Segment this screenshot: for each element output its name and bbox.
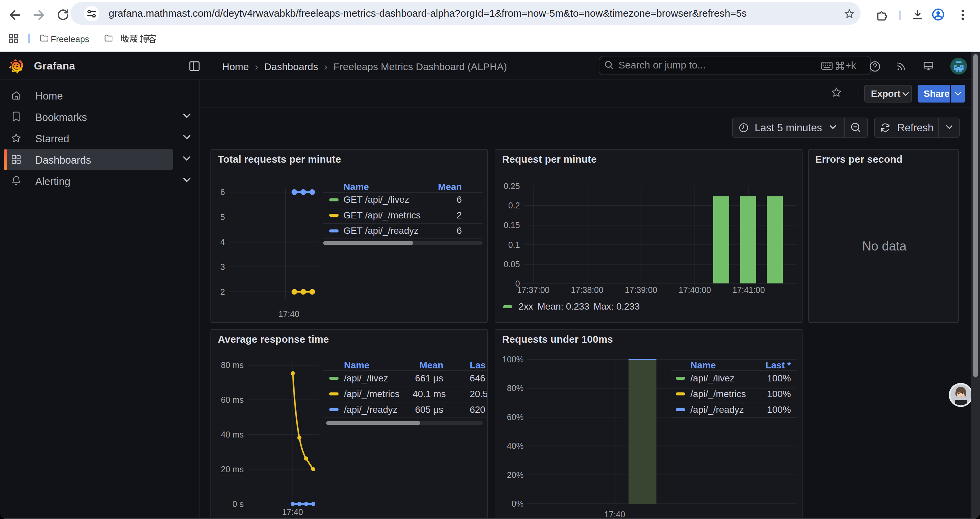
svg-text:0.05: 0.05 [504,260,520,269]
svg-text:17:38:00: 17:38:00 [571,285,603,295]
svg-text:80%: 80% [507,383,524,393]
svg-text:0.25: 0.25 [504,181,520,191]
svg-text:0.15: 0.15 [504,220,520,230]
svg-text:0%: 0% [512,499,524,508]
svg-text:20 ms: 20 ms [221,464,243,474]
svg-text:40%: 40% [507,441,524,450]
svg-text:17:40: 17:40 [278,309,299,319]
svg-text:60%: 60% [507,412,524,422]
svg-text:17:41:00: 17:41:00 [732,285,765,295]
svg-text:6: 6 [220,187,225,197]
svg-text:3: 3 [220,262,225,271]
svg-text:17:39:00: 17:39:00 [625,285,657,295]
svg-text:60 ms: 60 ms [221,395,243,404]
svg-text:5: 5 [220,212,225,222]
svg-text:0.2: 0.2 [508,201,520,210]
svg-text:17:37:00: 17:37:00 [517,285,549,295]
svg-text:17:40:00: 17:40:00 [679,285,711,295]
svg-text:40 ms: 40 ms [221,430,243,439]
svg-text:17:40: 17:40 [282,507,303,517]
svg-text:20%: 20% [507,470,524,479]
svg-text:100%: 100% [502,355,524,364]
svg-text:0.1: 0.1 [508,240,520,249]
svg-text:0 s: 0 s [232,499,243,509]
svg-text:4: 4 [220,237,225,246]
svg-text:80 ms: 80 ms [221,360,243,370]
svg-text:2: 2 [220,287,225,297]
svg-text:17:40: 17:40 [605,509,625,519]
